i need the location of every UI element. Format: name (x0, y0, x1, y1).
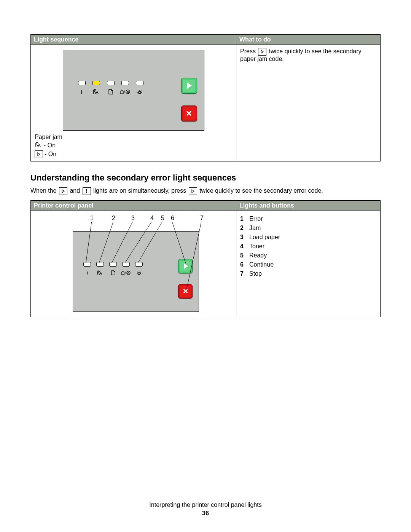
cell-printer-panel: 1 2 3 4 5 6 7 ! (31, 211, 236, 317)
printer-panel-diagram: ! (63, 50, 204, 131)
continue-button[interactable] (178, 259, 193, 273)
light-sequence-table: Light sequence What to do ! (30, 34, 381, 161)
legend-item: Load paper (240, 234, 376, 241)
toner-icon: / (119, 270, 132, 276)
legend-jam-on: - On (35, 142, 232, 149)
control-panel-table: Printer control panel Lights and buttons… (30, 200, 381, 317)
legend-list: Error Jam Load paper Toner Ready Continu… (240, 216, 376, 277)
col-header-what-to-do: What to do (236, 35, 381, 45)
cell-lights-buttons: Error Jam Load paper Toner Ready Continu… (236, 211, 381, 317)
section-heading: Understanding the secondary error light … (30, 173, 381, 183)
footer-title: Interpreting the printer control panel l… (0, 502, 411, 508)
jam-icon (35, 142, 42, 149)
error-icon: ! (75, 89, 89, 95)
stop-button[interactable]: ✕ (178, 284, 193, 299)
ready-icon (132, 270, 145, 276)
section-body: When the and ! lights are on simultaneou… (30, 187, 381, 195)
legend-item: Toner (240, 243, 376, 250)
paper-icon (107, 270, 119, 276)
svg-text:/: / (125, 272, 126, 275)
col-header-printer-panel: Printer control panel (31, 201, 236, 211)
jam-icon (89, 89, 104, 95)
toner-icon: / (118, 89, 132, 95)
led-jam (94, 262, 107, 276)
continue-icon (189, 187, 197, 195)
continue-icon (35, 150, 43, 158)
continue-icon (258, 48, 266, 56)
led-toner: / (118, 81, 132, 95)
led-ready (132, 81, 147, 95)
ready-icon (132, 89, 147, 95)
error-icon: ! (83, 187, 91, 195)
led-error: ! (81, 262, 94, 276)
printer-panel-diagram-2: ! (73, 231, 199, 312)
legend-item: Error (240, 216, 376, 222)
error-icon: ! (81, 270, 94, 276)
legend-item: Jam (240, 225, 376, 232)
continue-button[interactable] (181, 78, 197, 94)
led-error: ! (75, 81, 89, 95)
led-paper (104, 81, 118, 95)
continue-icon (59, 187, 67, 195)
page-number: 36 (0, 510, 411, 517)
legend-continue-on: - On (35, 150, 232, 158)
svg-text:/: / (124, 90, 125, 94)
page-footer: Interpreting the printer control panel l… (0, 502, 411, 517)
cell-light-sequence: ! (31, 45, 236, 161)
led-ready (132, 262, 145, 276)
stop-button[interactable]: ✕ (181, 105, 197, 121)
document-page: Light sequence What to do ! (0, 0, 411, 532)
led-paper (107, 262, 119, 276)
col-header-lights-buttons: Lights and buttons (236, 201, 381, 211)
col-header-light-sequence: Light sequence (31, 35, 236, 45)
legend-item: Stop (240, 270, 376, 277)
led-toner: / (119, 262, 132, 276)
sequence-caption: Paper jam (35, 134, 232, 141)
led-jam (89, 81, 104, 95)
legend-item: Ready (240, 252, 376, 259)
paper-icon (104, 89, 118, 95)
legend-item: Continue (240, 261, 376, 268)
jam-icon (94, 270, 107, 276)
cell-what-to-do: Press twice quickly to see the secondary… (236, 45, 381, 161)
